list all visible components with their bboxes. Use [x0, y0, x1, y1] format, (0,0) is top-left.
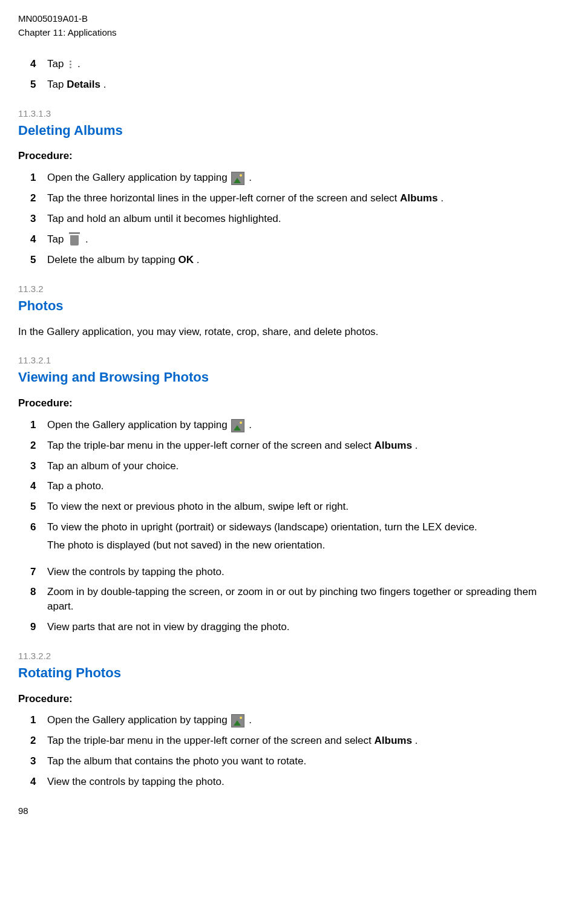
section-title: Viewing and Browsing Photos: [18, 368, 552, 387]
section-title: Rotating Photos: [18, 664, 552, 683]
step-item: 1 Open the Gallery application by tappin…: [30, 713, 552, 727]
step-text: Delete the album by tapping OK .: [47, 253, 552, 267]
step-item: 4 Tap .: [30, 232, 552, 247]
text-fragment: Tap the three horizontal lines in the up…: [47, 192, 400, 204]
step-item: 9 View parts that are not in view by dra…: [30, 620, 552, 634]
text-fragment: Open the Gallery application by tapping: [47, 714, 230, 726]
step-number: 5: [30, 77, 47, 92]
section-number: 11.3.2: [18, 282, 552, 295]
step-item: 5 Delete the album by tapping OK .: [30, 253, 552, 267]
text-fragment: Open the Gallery application by tapping: [47, 172, 230, 183]
step-text: View the controls by tapping the photo.: [47, 775, 552, 789]
step-text: Open the Gallery application by tapping …: [47, 171, 552, 185]
document-id: MN005019A01-B: [18, 12, 552, 25]
bold-text: Albums: [375, 735, 412, 746]
step-text: Open the Gallery application by tapping …: [47, 418, 552, 432]
text-fragment: .: [85, 233, 88, 245]
step-number: 9: [30, 620, 47, 634]
step-number: 3: [30, 754, 47, 769]
step-number: 1: [30, 713, 47, 727]
chapter-label: Chapter 11: Applications: [18, 26, 552, 39]
step-number: 3: [30, 459, 47, 473]
step-item: 1 Open the Gallery application by tappin…: [30, 418, 552, 432]
step-text: Tap the triple-bar menu in the upper-lef…: [47, 438, 552, 453]
step-text: View the controls by tapping the photo.: [47, 565, 552, 579]
text-fragment: Tap: [47, 79, 67, 90]
step-item: 7 View the controls by tapping the photo…: [30, 565, 552, 579]
deleting-albums-steps: 1 Open the Gallery application by tappin…: [18, 171, 552, 267]
step-item: 4 Tap .: [30, 57, 552, 71]
step-text: Tap the triple-bar menu in the upper-lef…: [47, 734, 552, 748]
step-item: 4 View the controls by tapping the photo…: [30, 775, 552, 789]
text-fragment: .: [77, 58, 80, 70]
gallery-icon: [231, 714, 244, 727]
step-number: 1: [30, 418, 47, 432]
trash-icon: [68, 232, 81, 247]
text-fragment: .: [103, 79, 107, 90]
text-fragment: .: [249, 419, 252, 431]
step-item: 5 Tap Details .: [30, 77, 552, 92]
text-fragment: .: [197, 254, 200, 265]
step-text: Tap an album of your choice.: [47, 459, 552, 473]
step-item: 3 Tap and hold an album until it becomes…: [30, 212, 552, 226]
step-text: Tap the three horizontal lines in the up…: [47, 191, 552, 206]
procedure-label: Procedure:: [18, 692, 552, 706]
bold-text: OK: [178, 254, 194, 265]
step-text: Open the Gallery application by tapping …: [47, 713, 552, 727]
step-number: 4: [30, 232, 47, 247]
text-fragment: .: [415, 735, 418, 746]
step-number: 2: [30, 438, 47, 453]
text-fragment: .: [249, 714, 252, 726]
section-number: 11.3.1.3: [18, 107, 552, 120]
step-text: Tap .: [47, 232, 552, 247]
procedure-label: Procedure:: [18, 149, 552, 163]
section-title: Deleting Albums: [18, 122, 552, 140]
step-number: 7: [30, 565, 47, 579]
text-fragment: Delete the album by tapping: [47, 254, 178, 265]
text-fragment: Tap: [47, 233, 67, 245]
step-text: Zoom in by double-tapping the screen, or…: [47, 585, 552, 614]
step-number: 5: [30, 253, 47, 267]
text-fragment: .: [415, 440, 418, 451]
text-fragment: Tap the triple-bar menu in the upper-lef…: [47, 735, 375, 746]
text-fragment: Tap the triple-bar menu in the upper-lef…: [47, 440, 375, 451]
step-text: View parts that are not in view by dragg…: [47, 620, 552, 634]
step-number: 8: [30, 585, 47, 599]
step-item: 2 Tap the triple-bar menu in the upper-l…: [30, 734, 552, 748]
step-subtext: The photo is displayed (but not saved) i…: [47, 538, 552, 553]
step-item: 1 Open the Gallery application by tappin…: [30, 171, 552, 185]
step-text: Tap .: [47, 57, 552, 71]
rotating-photos-steps: 1 Open the Gallery application by tappin…: [18, 713, 552, 789]
step-number: 3: [30, 212, 47, 226]
step-text: To view the photo in upright (portrait) …: [47, 520, 552, 559]
step-item: 8 Zoom in by double-tapping the screen, …: [30, 585, 552, 614]
step-number: 1: [30, 171, 47, 185]
text-fragment: Tap: [47, 58, 67, 70]
procedure-label: Procedure:: [18, 396, 552, 411]
step-number: 2: [30, 191, 47, 206]
step-number: 4: [30, 479, 47, 493]
text-fragment: .: [441, 192, 444, 204]
step-item: 6 To view the photo in upright (portrait…: [30, 520, 552, 559]
text-fragment: Open the Gallery application by tapping: [47, 419, 230, 431]
section-title: Photos: [18, 297, 552, 316]
step-item: 4 Tap a photo.: [30, 479, 552, 493]
more-vertical-icon: [68, 60, 73, 68]
bold-text: Albums: [375, 440, 412, 451]
step-item: 2 Tap the three horizontal lines in the …: [30, 191, 552, 206]
step-text: Tap and hold an album until it becomes h…: [47, 212, 552, 226]
step-item: 5 To view the next or previous photo in …: [30, 499, 552, 514]
bold-text: Albums: [400, 192, 438, 204]
step-text: Tap the album that contains the photo yo…: [47, 754, 552, 769]
text-fragment: .: [249, 172, 252, 183]
step-number: 2: [30, 734, 47, 748]
step-text: Tap Details .: [47, 77, 552, 92]
top-step-list: 4 Tap . 5 Tap Details .: [18, 57, 552, 92]
step-number: 4: [30, 775, 47, 789]
text-fragment: To view the photo in upright (portrait) …: [47, 521, 477, 533]
viewing-browsing-steps: 1 Open the Gallery application by tappin…: [18, 418, 552, 634]
step-item: 3 Tap an album of your choice.: [30, 459, 552, 473]
section-number: 11.3.2.2: [18, 649, 552, 662]
step-item: 2 Tap the triple-bar menu in the upper-l…: [30, 438, 552, 453]
step-text: To view the next or previous photo in th…: [47, 499, 552, 514]
